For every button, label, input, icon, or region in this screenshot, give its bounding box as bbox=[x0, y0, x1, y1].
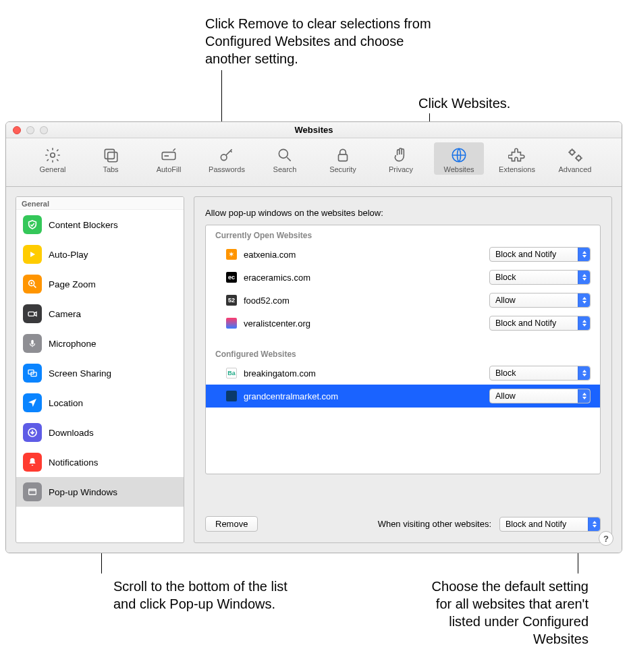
zoom-icon bbox=[23, 275, 42, 293]
callout-websites: Click Websites. bbox=[418, 94, 510, 112]
setting-value: Block bbox=[495, 368, 516, 378]
sidebar-item-location[interactable]: Location bbox=[16, 388, 184, 418]
setting-select[interactable]: Allow bbox=[489, 389, 591, 403]
help-button[interactable]: ? bbox=[599, 531, 613, 546]
other-websites-select[interactable]: Block and Notify bbox=[499, 517, 601, 532]
sidebar-item-label: Downloads bbox=[49, 428, 94, 438]
tab-passwords[interactable]: Passwords bbox=[202, 142, 252, 175]
sidebar-item-popup-windows[interactable]: Pop-up Windows bbox=[16, 477, 184, 507]
site-domain: eatxenia.com bbox=[244, 250, 489, 260]
site-domain: food52.com bbox=[244, 296, 489, 306]
websites-list: Currently Open Websites ✶ eatxenia.com B… bbox=[205, 225, 601, 474]
sidebar-item-screen-sharing[interactable]: Screen Sharing bbox=[16, 358, 184, 388]
screens-icon bbox=[23, 364, 42, 383]
site-row[interactable]: 52 food52.com Allow bbox=[206, 289, 600, 312]
section-open: Currently Open Websites bbox=[206, 225, 600, 243]
tabs-icon bbox=[86, 145, 136, 165]
site-row[interactable]: Ba breakingatom.com Block bbox=[206, 362, 600, 385]
sidebar-item-microphone[interactable]: Microphone bbox=[16, 329, 184, 358]
setting-value: Block and Notify bbox=[505, 520, 566, 529]
tab-label: Websites bbox=[434, 165, 484, 173]
tab-search[interactable]: Search bbox=[260, 142, 310, 175]
tab-label: General bbox=[28, 165, 78, 173]
site-row[interactable]: ec eraceramics.com Block bbox=[206, 266, 600, 289]
setting-select[interactable]: Block bbox=[489, 366, 591, 381]
setting-select[interactable]: Allow bbox=[489, 293, 591, 308]
tab-security[interactable]: Security bbox=[318, 142, 368, 175]
setting-select[interactable]: Block and Notify bbox=[489, 247, 591, 262]
sidebar-item-label: Content Blockers bbox=[49, 220, 118, 230]
tab-label: Security bbox=[318, 165, 368, 173]
tab-websites[interactable]: Websites bbox=[434, 142, 484, 175]
tab-general[interactable]: General bbox=[28, 142, 78, 175]
setting-select[interactable]: Block bbox=[489, 270, 591, 285]
tab-autofill[interactable]: AutoFill bbox=[144, 142, 194, 175]
tab-label: Privacy bbox=[376, 165, 426, 173]
favicon bbox=[226, 391, 237, 401]
search-icon bbox=[260, 145, 310, 165]
tab-tabs[interactable]: Tabs bbox=[86, 142, 136, 175]
setting-select[interactable]: Block and Notify bbox=[489, 316, 591, 331]
other-websites-label: When visiting other websites: bbox=[378, 519, 491, 529]
location-icon bbox=[23, 393, 42, 412]
lock-icon bbox=[318, 145, 368, 165]
sidebar[interactable]: General Content Blockers Auto-Play Page … bbox=[16, 196, 184, 543]
tab-label: Extensions bbox=[492, 165, 542, 173]
svg-rect-6 bbox=[339, 155, 348, 161]
play-icon bbox=[23, 245, 42, 264]
sidebar-item-notifications[interactable]: Notifications bbox=[16, 447, 184, 477]
setting-value: Allow bbox=[495, 296, 516, 305]
favicon: Ba bbox=[226, 368, 237, 379]
puzzle-icon bbox=[492, 145, 542, 165]
camera-icon bbox=[23, 304, 42, 323]
section-configured: Configured Websites bbox=[206, 344, 600, 362]
setting-value: Block and Notify bbox=[495, 250, 556, 259]
callout-remove: Click Remove to clear selections from Co… bbox=[205, 15, 437, 67]
svg-rect-11 bbox=[28, 312, 34, 316]
window-icon bbox=[23, 482, 42, 501]
gears-icon bbox=[550, 145, 600, 165]
site-domain: veralistcenter.org bbox=[244, 318, 489, 329]
microphone-icon bbox=[23, 334, 42, 353]
favicon: 52 bbox=[226, 295, 237, 306]
sidebar-item-label: Pop-up Windows bbox=[49, 487, 117, 497]
toolbar: General Tabs AutoFill Passwords Search S… bbox=[6, 138, 622, 187]
sidebar-item-downloads[interactable]: Downloads bbox=[16, 418, 184, 447]
main-title: Allow pop-up windows on the websites bel… bbox=[205, 208, 601, 218]
sidebar-item-camera[interactable]: Camera bbox=[16, 299, 184, 329]
callout-default: Choose the default setting for all websi… bbox=[420, 578, 589, 648]
setting-value: Block and Notify bbox=[495, 318, 556, 328]
site-row[interactable]: veralistcenter.org Block and Notify bbox=[206, 312, 600, 335]
window-title: Websites bbox=[6, 125, 622, 135]
svg-rect-2 bbox=[108, 152, 117, 162]
sidebar-item-autoplay[interactable]: Auto-Play bbox=[16, 240, 184, 269]
svg-rect-1 bbox=[105, 149, 114, 159]
tab-label: Tabs bbox=[86, 165, 136, 173]
gear-icon bbox=[28, 145, 78, 165]
svg-point-0 bbox=[51, 153, 55, 158]
tab-extensions[interactable]: Extensions bbox=[492, 142, 542, 175]
setting-value: Allow bbox=[495, 391, 516, 401]
tab-label: Search bbox=[260, 165, 310, 173]
tab-privacy[interactable]: Privacy bbox=[376, 142, 426, 175]
favicon bbox=[226, 318, 237, 329]
sidebar-header: General bbox=[16, 197, 184, 210]
sidebar-item-content-blockers[interactable]: Content Blockers bbox=[16, 210, 184, 240]
sidebar-item-page-zoom[interactable]: Page Zoom bbox=[16, 269, 184, 299]
window-body: General Content Blockers Auto-Play Page … bbox=[6, 187, 622, 553]
site-row[interactable]: ✶ eatxenia.com Block and Notify bbox=[206, 243, 600, 266]
site-row-selected[interactable]: grandcentralmarket.com Allow bbox=[206, 385, 600, 408]
favicon: ec bbox=[226, 272, 237, 283]
tab-label: Advanced bbox=[550, 165, 600, 173]
sidebar-item-label: Page Zoom bbox=[49, 279, 96, 289]
bottom-bar: Remove When visiting other websites: Blo… bbox=[205, 516, 601, 532]
site-domain: breakingatom.com bbox=[244, 368, 489, 379]
sidebar-item-label: Notifications bbox=[49, 457, 99, 468]
tab-label: AutoFill bbox=[144, 165, 194, 173]
tab-advanced[interactable]: Advanced bbox=[550, 142, 600, 175]
remove-button[interactable]: Remove bbox=[205, 516, 258, 532]
sidebar-item-label: Camera bbox=[49, 309, 81, 319]
preferences-window: Websites General Tabs AutoFill Passwords… bbox=[5, 121, 622, 553]
autofill-icon bbox=[144, 145, 194, 165]
globe-icon bbox=[434, 145, 484, 165]
